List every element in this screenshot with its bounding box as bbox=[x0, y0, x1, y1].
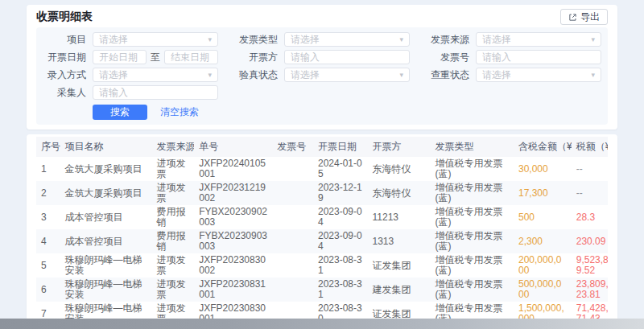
page-title: 收票明细表 bbox=[36, 10, 93, 24]
filter-entry-method: 录入方式 请选择 ▾ bbox=[38, 68, 218, 82]
column-header-col-order-no: 单号 bbox=[194, 137, 272, 157]
table-row[interactable]: 2金筑大厦采购项目进项发票JXFP202312190022023-12-19东海… bbox=[36, 181, 608, 205]
invoice-date-range: 至 bbox=[93, 50, 218, 64]
col-project-name: 珠穆朗玛峰—电梯安装 bbox=[60, 253, 152, 278]
dedupe-status-select[interactable]: 请选择 ▾ bbox=[476, 68, 601, 82]
export-button-label: 导出 bbox=[580, 10, 600, 24]
invoice-type-select-placeholder: 请选择 bbox=[291, 33, 320, 47]
chevron-down-icon: ▾ bbox=[591, 71, 595, 79]
col-invoice-type: 增值税专用发票(蓝) bbox=[431, 229, 514, 253]
col-index: 5 bbox=[36, 253, 60, 278]
table-row[interactable]: 5珠穆朗玛峰—电梯安装进项发票JXFP202308300022023-08-31… bbox=[36, 253, 608, 278]
col-amount-with-tax: 500 bbox=[514, 205, 572, 229]
invoice-number-input[interactable] bbox=[476, 50, 601, 64]
clear-search-button[interactable]: 清空搜索 bbox=[160, 105, 199, 119]
project-select-placeholder: 请选择 bbox=[99, 33, 128, 47]
col-project-name: 珠穆朗玛峰—电梯安装 bbox=[60, 278, 152, 302]
filter-verify-status: 验真状态 请选择 ▾ bbox=[229, 68, 410, 82]
title-row: 收票明细表 导出 bbox=[36, 8, 608, 26]
col-invoice-no bbox=[272, 278, 313, 302]
col-invoice-source: 进项发票 bbox=[152, 181, 195, 205]
col-issuer: 证发集团 bbox=[368, 253, 431, 278]
col-amount-with-tax: 17,300 bbox=[514, 181, 572, 205]
filter-invoice-source: 发票来源 请选择 ▾ bbox=[421, 32, 601, 47]
col-issuer: 1313 bbox=[368, 229, 431, 253]
column-header-col-invoice-no: 发票号 bbox=[272, 137, 313, 157]
table-card: 序号项目名称发票来源单号发票号开票日期开票方发票类型含税金额（¥）税额（¥）不含… bbox=[27, 134, 617, 329]
chevron-down-icon: ▾ bbox=[399, 35, 403, 43]
collector-input[interactable] bbox=[93, 85, 218, 100]
invoice-source-select[interactable]: 请选择 ▾ bbox=[476, 32, 601, 47]
col-invoice-type: 增值税专用发票(蓝) bbox=[431, 278, 514, 302]
col-invoice-type: 增值税专用发票(蓝) bbox=[431, 253, 514, 278]
col-tax-amount: 9,523,809.52 bbox=[572, 253, 608, 278]
column-header-col-invoice-source: 发票来源 bbox=[152, 137, 195, 157]
entry-method-select[interactable]: 请选择 ▾ bbox=[93, 68, 218, 82]
invoice-table: 序号项目名称发票来源单号发票号开票日期开票方发票类型含税金额（¥）税额（¥）不含… bbox=[36, 137, 608, 329]
issuer-input[interactable] bbox=[284, 50, 410, 64]
column-header-col-index: 序号 bbox=[36, 137, 60, 157]
column-header-col-invoice-date: 开票日期 bbox=[313, 137, 368, 157]
col-tax-amount: 28.3 bbox=[572, 205, 608, 229]
filter-invoice-date-label: 开票日期 bbox=[38, 51, 86, 64]
col-issuer: 东海特仪 bbox=[368, 157, 431, 181]
filter-panel: 项目 请选择 ▾ 发票类型 请选择 ▾ 发票来源 请选 bbox=[36, 27, 608, 125]
col-amount-with-tax: 200,000,000 bbox=[514, 253, 572, 278]
filter-invoice-number-label: 发票号 bbox=[421, 51, 469, 64]
project-select[interactable]: 请选择 ▾ bbox=[93, 32, 218, 47]
col-project-name: 金筑大厦采购项目 bbox=[60, 157, 152, 181]
table-row[interactable]: 6珠穆朗玛峰—电梯安装进项发票JXFP202308310012023-08-31… bbox=[36, 278, 608, 302]
col-project-name: 成本管控项目 bbox=[60, 205, 152, 229]
col-invoice-date: 2023-09-04 bbox=[313, 205, 368, 229]
verify-status-select[interactable]: 请选择 ▾ bbox=[284, 68, 410, 82]
column-header-col-issuer: 开票方 bbox=[368, 137, 431, 157]
invoice-detail-page: 收票明细表 导出 项目 请选择 ▾ bbox=[0, 0, 644, 329]
dedupe-status-select-placeholder: 请选择 bbox=[482, 68, 511, 82]
filter-invoice-source-label: 发票来源 bbox=[421, 33, 469, 47]
col-tax-amount: 230.09 bbox=[572, 229, 608, 253]
table-row[interactable]: 4成本管控项目费用报销FYBX202309030032023-09-041313… bbox=[36, 229, 608, 253]
col-project-name: 成本管控项目 bbox=[60, 229, 152, 253]
filter-collector-label: 采集人 bbox=[38, 86, 86, 100]
col-amount-with-tax: 30,000 bbox=[514, 157, 572, 181]
filter-entry-method-label: 录入方式 bbox=[38, 68, 86, 82]
invoice-date-end-input[interactable] bbox=[164, 50, 218, 64]
col-index: 2 bbox=[36, 181, 60, 205]
col-invoice-type: 增值税专用发票(蓝) bbox=[431, 157, 514, 181]
date-range-separator: 至 bbox=[151, 51, 160, 64]
search-button[interactable]: 搜索 bbox=[93, 105, 147, 120]
col-order-no: FYBX20230902003 bbox=[194, 205, 272, 229]
export-button[interactable]: 导出 bbox=[560, 9, 608, 25]
invoice-table-body: 1金筑大厦采购项目进项发票JXFP202401050012024-01-05东海… bbox=[36, 157, 608, 329]
col-index: 6 bbox=[36, 278, 60, 302]
col-order-no: JXFP20231219002 bbox=[194, 181, 272, 205]
col-invoice-no bbox=[272, 157, 313, 181]
export-icon bbox=[568, 13, 577, 22]
col-order-no: JXFP20230831001 bbox=[194, 278, 272, 302]
col-tax-amount: -- bbox=[572, 157, 608, 181]
col-amount-with-tax: 500,000,000 bbox=[514, 278, 572, 302]
col-invoice-no bbox=[272, 229, 313, 253]
filter-dedupe-status-label: 查重状态 bbox=[421, 68, 469, 82]
filter-grid: 项目 请选择 ▾ 发票类型 请选择 ▾ 发票来源 请选 bbox=[38, 32, 601, 100]
taskbar bbox=[0, 319, 644, 329]
filter-invoice-type: 发票类型 请选择 ▾ bbox=[229, 32, 410, 47]
filter-dedupe-status: 查重状态 请选择 ▾ bbox=[421, 68, 601, 82]
column-header-col-tax-amount: 税额（¥） bbox=[572, 137, 608, 157]
table-row[interactable]: 3成本管控项目费用报销FYBX202309020032023-09-041121… bbox=[36, 205, 608, 229]
col-invoice-date: 2023-08-31 bbox=[313, 278, 368, 302]
col-order-no: JXFP20240105001 bbox=[194, 157, 272, 181]
invoice-table-head-row: 序号项目名称发票来源单号发票号开票日期开票方发票类型含税金额（¥）税额（¥）不含… bbox=[36, 137, 608, 157]
col-invoice-type: 增值税专用发票(蓝) bbox=[431, 205, 514, 229]
filter-verify-status-label: 验真状态 bbox=[229, 68, 278, 82]
col-invoice-no bbox=[272, 205, 313, 229]
column-header-col-amount-with-tax: 含税金额（¥） bbox=[514, 137, 572, 157]
invoice-type-select[interactable]: 请选择 ▾ bbox=[284, 32, 410, 47]
invoice-date-start-input[interactable] bbox=[93, 50, 147, 64]
chevron-down-icon: ▾ bbox=[591, 35, 595, 43]
column-header-col-invoice-type: 发票类型 bbox=[431, 137, 514, 157]
invoice-source-select-placeholder: 请选择 bbox=[482, 33, 511, 47]
col-invoice-source: 费用报销 bbox=[152, 229, 195, 253]
table-scroll-area: 序号项目名称发票来源单号发票号开票日期开票方发票类型含税金额（¥）税额（¥）不含… bbox=[36, 137, 608, 329]
table-row[interactable]: 1金筑大厦采购项目进项发票JXFP202401050012024-01-05东海… bbox=[36, 157, 608, 181]
